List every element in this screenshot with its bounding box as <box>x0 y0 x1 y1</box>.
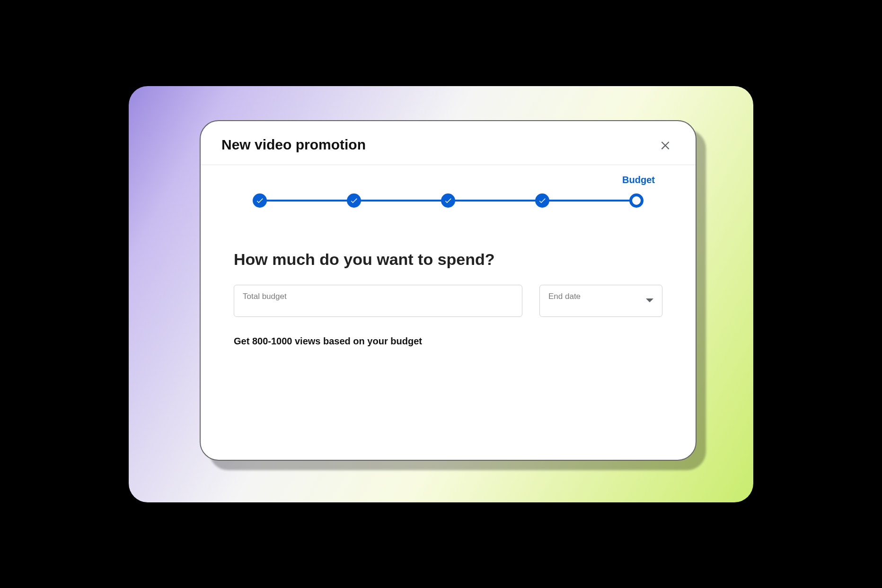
step-3[interactable] <box>441 193 455 208</box>
close-icon <box>659 139 671 151</box>
check-icon <box>538 196 547 205</box>
check-icon <box>444 196 452 205</box>
modal-body: Budget <box>201 165 696 460</box>
gradient-background-card: New video promotion Budget <box>129 86 753 502</box>
modal-header: New video promotion <box>201 121 696 165</box>
step-1[interactable] <box>253 193 267 208</box>
form-row: Total budget End date <box>234 285 662 317</box>
modal-title: New video promotion <box>221 137 366 153</box>
check-icon <box>256 196 264 205</box>
end-date-dropdown[interactable]: End date <box>539 285 662 317</box>
chevron-down-icon <box>646 298 653 302</box>
total-budget-field[interactable]: Total budget <box>234 285 522 317</box>
step-label-budget: Budget <box>622 175 655 185</box>
total-budget-label: Total budget <box>243 292 513 301</box>
check-icon <box>350 196 358 205</box>
promotion-modal: New video promotion Budget <box>200 120 697 461</box>
step-question: How much do you want to spend? <box>234 250 662 269</box>
stepper-track <box>253 193 644 208</box>
views-estimate: Get 800-1000 views based on your budget <box>234 336 662 347</box>
progress-stepper: Budget <box>253 193 644 208</box>
step-5-current[interactable] <box>629 193 644 208</box>
end-date-label: End date <box>548 292 581 301</box>
close-button[interactable] <box>656 135 675 154</box>
step-2[interactable] <box>347 193 361 208</box>
stage: New video promotion Budget <box>0 0 882 588</box>
step-4[interactable] <box>535 193 549 208</box>
